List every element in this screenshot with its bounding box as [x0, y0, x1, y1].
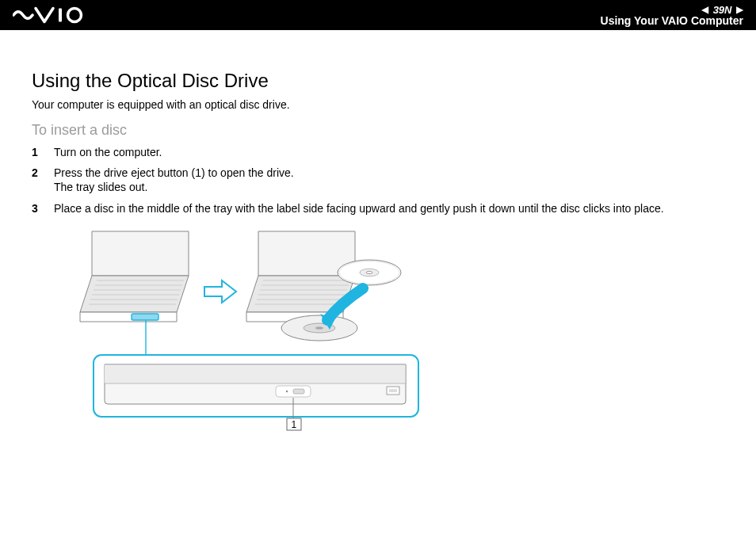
- callout-label: 1: [292, 419, 297, 430]
- step-text: Press the drive eject button (1) to open…: [54, 166, 729, 194]
- arrow-icon: [204, 280, 236, 303]
- intro-text: Your computer is equipped with an optica…: [32, 98, 729, 111]
- svg-point-23: [315, 326, 323, 330]
- section-subtitle: To insert a disc: [32, 122, 729, 139]
- svg-marker-2: [92, 231, 189, 276]
- step-number: 1: [32, 145, 54, 159]
- svg-rect-32: [293, 389, 304, 394]
- vaio-logo-icon: [13, 6, 84, 25]
- section-label: Using Your VAIO Computer: [601, 14, 743, 27]
- main-content: Using the Optical Disc Drive Your comput…: [0, 30, 756, 434]
- svg-rect-0: [59, 9, 62, 22]
- svg-point-31: [286, 391, 288, 392]
- svg-marker-10: [80, 312, 177, 322]
- step-text: Place a disc in the middle of the tray w…: [54, 201, 729, 216]
- page-title: Using the Optical Disc Drive: [32, 70, 729, 92]
- step-item: 1 Turn on the computer.: [32, 145, 729, 159]
- step-text: Turn on the computer.: [54, 145, 729, 159]
- svg-marker-3: [80, 276, 189, 312]
- vaio-logo: [13, 6, 84, 25]
- header: ◀ 39N ▶ Using Your VAIO Computer: [0, 0, 756, 30]
- svg-rect-11: [132, 314, 158, 320]
- disc-drive-illustration-icon: 1: [54, 225, 466, 431]
- step-number: 2: [32, 166, 54, 194]
- step-item: 2 Press the drive eject button (1) to op…: [32, 166, 729, 194]
- svg-point-1: [68, 9, 82, 22]
- illustration: 1: [54, 225, 729, 434]
- header-right: ◀ 39N ▶ Using Your VAIO Computer: [601, 4, 743, 27]
- step-item: 3 Place a disc in the middle of the tray…: [32, 201, 729, 216]
- step-list: 1 Turn on the computer. 2 Press the driv…: [32, 145, 729, 216]
- step-number: 3: [32, 201, 54, 216]
- svg-rect-34: [389, 389, 397, 392]
- svg-point-27: [366, 271, 372, 273]
